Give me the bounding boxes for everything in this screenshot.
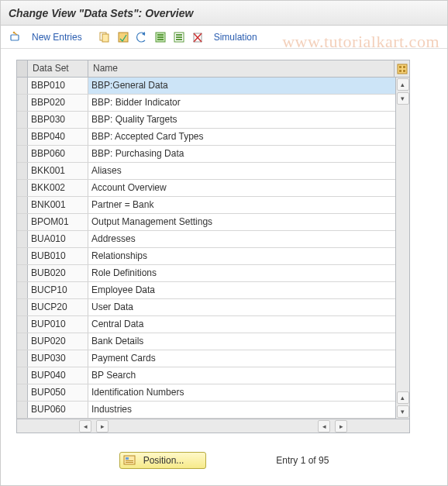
table-row[interactable]: BUP020Bank Details xyxy=(17,333,395,350)
cell-dataset[interactable]: BKK001 xyxy=(28,163,88,179)
row-selector[interactable] xyxy=(17,350,28,367)
col-header-name[interactable]: Name xyxy=(88,60,394,77)
row-selector[interactable] xyxy=(17,214,28,230)
cell-dataset[interactable]: BUP060 xyxy=(28,402,88,418)
table-row[interactable]: BBP020BBP: Bidder Indicator xyxy=(17,95,395,112)
vertical-scrollbar[interactable]: ▴ ▾ ▴ ▾ xyxy=(395,78,409,419)
deselect-all-icon[interactable] xyxy=(172,30,186,44)
table-row[interactable]: BUP010Central Data xyxy=(17,316,395,333)
cell-dataset[interactable]: BUP010 xyxy=(28,316,88,333)
cell-name[interactable]: Employee Data xyxy=(88,282,395,298)
scroll-bottom-icon[interactable]: ▾ xyxy=(397,405,409,418)
cell-name[interactable]: Account Overview xyxy=(88,180,395,196)
table-row[interactable]: BNK001Partner = Bank xyxy=(17,197,395,214)
cell-dataset[interactable]: BUP030 xyxy=(28,350,88,367)
cell-dataset[interactable]: BUB010 xyxy=(28,248,88,264)
table-row[interactable]: BBP030BBP: Quality Targets xyxy=(17,112,395,129)
cell-name[interactable]: BBP:General Data xyxy=(88,78,395,94)
new-entries-button[interactable]: New Entries xyxy=(27,32,87,43)
row-selector[interactable] xyxy=(17,316,28,333)
cell-name[interactable]: Addresses xyxy=(88,231,395,247)
cell-name[interactable]: Role Definitions xyxy=(88,265,395,281)
cell-dataset[interactable]: BUCP20 xyxy=(28,299,88,315)
cell-dataset[interactable]: BUCP10 xyxy=(28,282,88,298)
table-row[interactable]: BBP010BBP:General Data xyxy=(17,78,395,95)
row-selector[interactable] xyxy=(17,95,28,111)
scroll-last-icon[interactable]: ▸ xyxy=(335,420,347,433)
row-selector[interactable] xyxy=(17,112,28,128)
row-selector[interactable] xyxy=(17,299,28,315)
select-all-rows[interactable] xyxy=(17,60,28,77)
table-row[interactable]: BUP030Payment Cards xyxy=(17,350,395,367)
row-selector[interactable] xyxy=(17,367,28,384)
table-row[interactable]: BUB020Role Definitions xyxy=(17,265,395,282)
scroll-first-icon[interactable]: ◂ xyxy=(79,420,91,433)
row-selector[interactable] xyxy=(17,180,28,196)
cell-name[interactable]: User Data xyxy=(88,299,395,315)
scroll-track[interactable] xyxy=(398,106,408,390)
row-selector[interactable] xyxy=(17,78,28,94)
cell-name[interactable]: Aliases xyxy=(88,163,395,179)
table-row[interactable]: BKK002Account Overview xyxy=(17,180,395,197)
scroll-up-icon[interactable]: ▾ xyxy=(397,92,409,105)
cell-name[interactable]: BBP: Bidder Indicator xyxy=(88,95,395,111)
cell-name[interactable]: Relationships xyxy=(88,248,395,264)
cell-dataset[interactable]: BUP050 xyxy=(28,384,88,401)
table-row[interactable]: BUCP20User Data xyxy=(17,299,395,316)
toggle-icon[interactable] xyxy=(9,30,22,44)
cell-name[interactable]: BBP: Purchasing Data xyxy=(88,146,395,162)
row-selector[interactable] xyxy=(17,282,28,298)
scroll-down-icon[interactable]: ▴ xyxy=(397,391,409,404)
col-header-dataset[interactable]: Data Set xyxy=(28,60,88,77)
cell-name[interactable]: Central Data xyxy=(88,316,395,333)
cell-name[interactable]: BBP: Accepted Card Types xyxy=(88,129,395,145)
position-button[interactable]: Position... xyxy=(119,452,207,469)
table-row[interactable]: BUB010Relationships xyxy=(17,248,395,265)
simulation-button[interactable]: Simulation xyxy=(209,32,262,43)
table-row[interactable]: BUA010Addresses xyxy=(17,231,395,248)
table-row[interactable]: BUP040BP Search xyxy=(17,367,395,384)
row-selector[interactable] xyxy=(17,129,28,145)
cell-name[interactable]: Industries xyxy=(88,402,395,418)
row-selector[interactable] xyxy=(17,197,28,213)
cell-dataset[interactable]: BPOM01 xyxy=(28,214,88,230)
row-selector[interactable] xyxy=(17,231,28,247)
table-row[interactable]: BPOM01Output Management Settings xyxy=(17,214,395,231)
row-selector[interactable] xyxy=(17,146,28,162)
table-row[interactable]: BBP040BBP: Accepted Card Types xyxy=(17,129,395,146)
horizontal-scrollbar[interactable]: ◂ ▸ ◂ ▸ xyxy=(17,419,409,433)
cell-name[interactable]: Partner = Bank xyxy=(88,197,395,213)
undo-icon[interactable] xyxy=(135,30,149,44)
scroll-right-icon[interactable]: ◂ xyxy=(318,420,330,433)
cell-name[interactable]: BP Search xyxy=(88,367,395,384)
scroll-left-icon[interactable]: ▸ xyxy=(96,420,109,433)
cell-dataset[interactable]: BBP010 xyxy=(28,78,88,94)
cell-dataset[interactable]: BBP030 xyxy=(28,112,88,128)
cell-dataset[interactable]: BUA010 xyxy=(28,231,88,247)
table-row[interactable]: BUP050Identification Numbers xyxy=(17,384,395,402)
row-selector[interactable] xyxy=(17,265,28,281)
cell-name[interactable]: Identification Numbers xyxy=(88,384,395,401)
cell-dataset[interactable]: BBP060 xyxy=(28,146,88,162)
save-variant-icon[interactable] xyxy=(116,30,130,44)
row-selector[interactable] xyxy=(17,402,28,418)
cell-dataset[interactable]: BUB020 xyxy=(28,265,88,281)
cell-dataset[interactable]: BUP040 xyxy=(28,367,88,384)
table-row[interactable]: BKK001Aliases xyxy=(17,163,395,180)
table-config-button[interactable] xyxy=(394,60,409,77)
cell-name[interactable]: Bank Details xyxy=(88,333,395,350)
row-selector[interactable] xyxy=(17,163,28,179)
cell-name[interactable]: Payment Cards xyxy=(88,350,395,367)
cell-dataset[interactable]: BBP020 xyxy=(28,95,88,111)
table-row[interactable]: BUCP10Employee Data xyxy=(17,282,395,299)
row-selector[interactable] xyxy=(17,333,28,350)
scroll-top-icon[interactable]: ▴ xyxy=(397,78,409,91)
select-all-icon[interactable] xyxy=(153,30,167,44)
copy-icon[interactable] xyxy=(98,30,112,44)
row-selector[interactable] xyxy=(17,384,28,401)
cell-dataset[interactable]: BUP020 xyxy=(28,333,88,350)
cell-name[interactable]: Output Management Settings xyxy=(88,214,395,230)
cell-dataset[interactable]: BKK002 xyxy=(28,180,88,196)
cell-dataset[interactable]: BBP040 xyxy=(28,129,88,145)
delete-icon[interactable] xyxy=(191,30,205,44)
